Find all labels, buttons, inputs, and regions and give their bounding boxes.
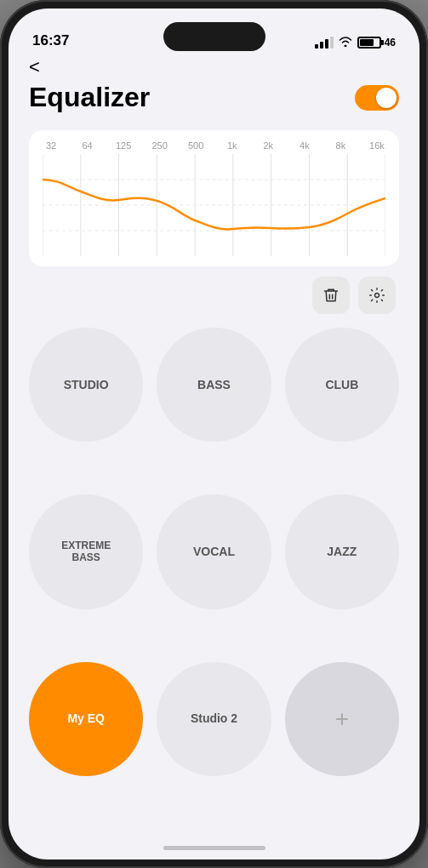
status-icons: 46 xyxy=(315,36,396,49)
preset-grid: STUDIO BASS CLUB EXTREMEBASS VOCAL JAZZ … xyxy=(29,328,399,815)
dynamic-island xyxy=(163,22,265,51)
wifi-icon xyxy=(339,36,352,49)
page-title: Equalizer xyxy=(29,82,150,113)
freq-label-4k: 4k xyxy=(296,140,313,151)
home-bar xyxy=(163,846,265,850)
preset-my-eq[interactable]: My EQ xyxy=(29,662,143,776)
signal-icon xyxy=(315,37,334,49)
freq-label-2k: 2k xyxy=(260,140,277,151)
equalizer-toggle[interactable] xyxy=(355,85,399,111)
freq-label-125: 125 xyxy=(115,140,132,151)
battery-label: 46 xyxy=(385,37,396,49)
toggle-thumb xyxy=(376,88,397,108)
delete-button[interactable] xyxy=(312,277,350,314)
trash-icon xyxy=(322,287,340,304)
freq-label-500: 500 xyxy=(187,140,204,151)
gear-icon xyxy=(368,287,385,304)
svg-point-13 xyxy=(375,294,379,298)
preset-club[interactable]: CLUB xyxy=(285,328,399,442)
status-time: 16:37 xyxy=(32,32,69,49)
freq-label-16k: 16k xyxy=(368,140,385,151)
preset-extreme-bass[interactable]: EXTREMEBASS xyxy=(29,494,143,608)
freq-label-250: 250 xyxy=(151,140,168,151)
preset-vocal[interactable]: VOCAL xyxy=(157,494,271,608)
freq-labels: 32 64 125 250 500 1k 2k 4k 8k 16k xyxy=(43,140,385,151)
phone-frame: 16:37 xyxy=(0,0,428,868)
back-button[interactable]: < xyxy=(29,56,399,78)
settings-button[interactable] xyxy=(358,277,396,314)
eq-chart-svg xyxy=(43,154,385,256)
preset-studio2[interactable]: Studio 2 xyxy=(157,662,271,776)
freq-label-32: 32 xyxy=(43,140,60,151)
back-chevron-icon: < xyxy=(29,56,40,78)
main-content: < Equalizer 32 64 125 250 500 1k 2k xyxy=(9,56,419,836)
home-indicator xyxy=(9,836,419,859)
preset-jazz[interactable]: JAZZ xyxy=(285,494,399,608)
freq-label-8k: 8k xyxy=(332,140,349,151)
preset-add[interactable]: + xyxy=(285,662,399,776)
freq-label-64: 64 xyxy=(79,140,96,151)
phone-screen: 16:37 xyxy=(9,9,419,859)
action-buttons-row xyxy=(29,277,399,314)
preset-bass[interactable]: BASS xyxy=(157,328,271,442)
eq-chart-container: 32 64 125 250 500 1k 2k 4k 8k 16k xyxy=(29,130,399,266)
preset-studio[interactable]: STUDIO xyxy=(29,328,143,442)
title-row: Equalizer xyxy=(29,82,399,113)
battery-icon xyxy=(357,37,381,49)
battery-container: 46 xyxy=(357,37,396,49)
freq-label-1k: 1k xyxy=(224,140,241,151)
